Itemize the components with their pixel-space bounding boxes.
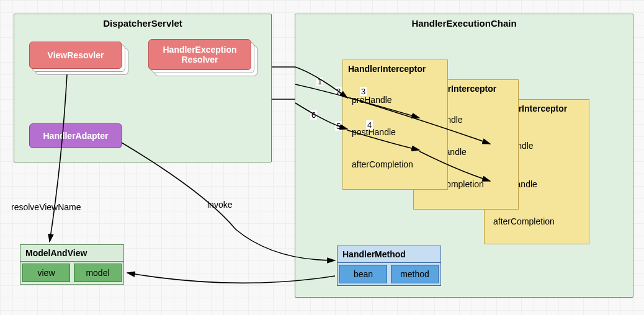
pre-handle-label: preHandle (352, 95, 392, 105)
view-resolver-stack: ViewResovler (29, 42, 128, 78)
view-resolver-label: ViewResovler (48, 50, 104, 60)
hm-row: bean method (338, 262, 441, 285)
resolve-view-name-label: resolveViewName (11, 202, 81, 212)
mav-model-cell: model (74, 264, 122, 282)
num-1: 1 (316, 77, 323, 86)
num-5: 5 (335, 122, 342, 131)
view-resolver-box: ViewResovler (29, 42, 122, 69)
num-2: 2 (335, 87, 342, 96)
handler-method-box: HandlerMethod bean method (337, 246, 441, 286)
dispatcher-title: DispatcherServlet (14, 14, 271, 35)
mav-row: view model (20, 261, 123, 284)
hm-method-cell: method (391, 265, 439, 283)
handler-adapter-box: HandlerAdapter (29, 123, 122, 148)
after-completion-label: afterCompletion (493, 216, 555, 226)
chain-title: HandlerExecutionChain (295, 14, 633, 35)
mav-view-cell: view (22, 264, 70, 282)
interceptor-card-1: HandlerInterceptor preHandle postHandle … (342, 60, 448, 190)
num-3: 3 (360, 87, 367, 96)
interceptor-title: HandlerInterceptor (343, 60, 447, 78)
num-6: 6 (310, 110, 317, 120)
after-completion-label: afterCompletion (352, 159, 413, 169)
model-and-view-box: ModelAndView view model (20, 244, 124, 285)
hm-bean-cell: bean (339, 265, 387, 283)
exception-resolver-box: HandlerException Resolver (148, 39, 251, 70)
exception-resolver-stack: HandlerException Resolver (148, 39, 257, 78)
handler-adapter-label: HandlerAdapter (43, 131, 108, 141)
post-handle-label: postHandle (352, 127, 396, 137)
invoke-label: invoke (207, 200, 232, 210)
dispatcher-servlet-container: DispatcherServlet ViewResovler HandlerEx… (14, 14, 272, 162)
mav-title: ModelAndView (20, 245, 123, 261)
num-4: 4 (366, 120, 373, 130)
exception-resolver-label: HandlerException Resolver (163, 45, 236, 64)
hm-title: HandlerMethod (338, 246, 441, 262)
